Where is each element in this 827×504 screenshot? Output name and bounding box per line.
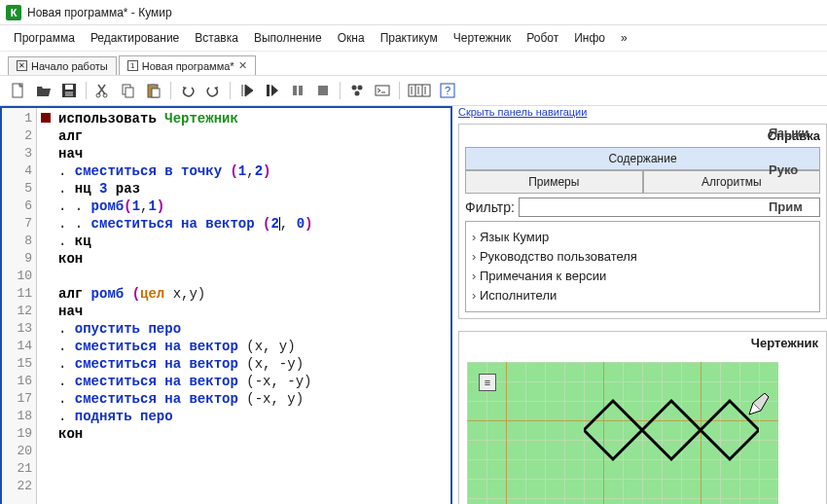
menu-robot[interactable]: Робот bbox=[521, 29, 564, 47]
separator bbox=[340, 82, 341, 99]
menu-edit[interactable]: Редактирование bbox=[85, 29, 185, 47]
open-file-button[interactable] bbox=[33, 80, 54, 101]
menu-bar: Программа Редактирование Вставка Выполне… bbox=[0, 25, 827, 52]
window-title: Новая программа* - Кумир bbox=[27, 6, 172, 19]
svg-rect-2 bbox=[65, 85, 73, 90]
tab-start[interactable]: ✕ Начало работы bbox=[8, 56, 117, 75]
copy-button[interactable] bbox=[118, 80, 139, 101]
menu-more[interactable]: » bbox=[615, 29, 633, 47]
counter-button[interactable] bbox=[406, 80, 433, 101]
pause-button[interactable] bbox=[287, 80, 308, 101]
svg-rect-13 bbox=[299, 86, 303, 95]
code-editor[interactable]: 12345678910111213141516171819202122 испо… bbox=[0, 106, 452, 504]
menu-drafter[interactable]: Чертежник bbox=[448, 29, 518, 47]
line-gutter: 12345678910111213141516171819202122 bbox=[2, 108, 37, 504]
help-button[interactable]: ? bbox=[437, 80, 458, 101]
separator bbox=[230, 82, 231, 99]
svg-rect-9 bbox=[151, 84, 155, 87]
app-icon: К bbox=[6, 5, 21, 20]
stop-button[interactable] bbox=[312, 80, 334, 101]
tree-item-guide[interactable]: Руководство пользователя bbox=[472, 247, 813, 267]
paste-button[interactable] bbox=[143, 80, 164, 101]
separator bbox=[399, 82, 400, 99]
help-tab-contents[interactable]: Содержание bbox=[465, 147, 820, 170]
drafter-panel: Чертежник ≡ bbox=[458, 331, 827, 504]
run-button[interactable] bbox=[236, 80, 258, 101]
svg-point-15 bbox=[352, 86, 357, 90]
document-tabs: ✕ Начало работы 1 Новая программа* ✕ bbox=[0, 52, 827, 76]
svg-rect-11 bbox=[267, 85, 270, 96]
svg-text:?: ? bbox=[445, 85, 450, 96]
tab-label: Новая программа* bbox=[142, 60, 234, 72]
drawn-shape bbox=[584, 391, 759, 469]
menu-run[interactable]: Выполнение bbox=[248, 29, 328, 47]
tab-icon-program: 1 bbox=[127, 60, 138, 71]
console-button[interactable] bbox=[372, 80, 393, 101]
undo-button[interactable] bbox=[177, 80, 198, 101]
tree-item-executors[interactable]: Исполнители bbox=[472, 286, 813, 306]
filter-label: Фильтр: bbox=[465, 199, 515, 215]
pen-icon bbox=[747, 393, 771, 416]
marker-column bbox=[37, 108, 54, 504]
svg-rect-10 bbox=[152, 89, 160, 97]
help-tree: Язык Кумир Руководство пользователя Прим… bbox=[465, 221, 820, 312]
svg-rect-7 bbox=[126, 88, 133, 97]
tree-item-lang[interactable]: Язык Кумир bbox=[472, 228, 813, 247]
close-icon[interactable]: ✕ bbox=[238, 59, 247, 72]
side-help-clipped: Языки Руко Прим bbox=[769, 115, 827, 226]
tab-label: Начало работы bbox=[31, 60, 108, 72]
svg-rect-12 bbox=[293, 86, 297, 95]
actors-button[interactable] bbox=[346, 80, 368, 101]
text-caret bbox=[279, 217, 280, 231]
step-button[interactable] bbox=[262, 80, 283, 101]
menu-insert[interactable]: Вставка bbox=[189, 29, 244, 47]
title-bar: К Новая программа* - Кумир bbox=[0, 0, 827, 25]
svg-point-17 bbox=[355, 91, 360, 96]
drafter-title: Чертежник bbox=[459, 332, 826, 354]
unsaved-marker-icon bbox=[41, 113, 51, 123]
separator bbox=[86, 82, 87, 99]
redo-button[interactable] bbox=[202, 80, 224, 101]
svg-point-16 bbox=[358, 86, 363, 90]
save-file-button[interactable] bbox=[58, 80, 80, 101]
drafter-canvas[interactable]: ≡ bbox=[467, 362, 778, 504]
tab-icon-start: ✕ bbox=[17, 60, 27, 71]
canvas-wrap: ≡ bbox=[459, 354, 826, 504]
help-tab-examples[interactable]: Примеры bbox=[465, 170, 643, 194]
menu-practicum[interactable]: Практикум bbox=[375, 29, 444, 47]
tree-item-notes[interactable]: Примечания к версии bbox=[472, 267, 813, 286]
tab-program[interactable]: 1 Новая программа* ✕ bbox=[119, 55, 256, 75]
toolbar: ? bbox=[0, 76, 827, 106]
svg-rect-18 bbox=[376, 86, 389, 95]
menu-info[interactable]: Инфо bbox=[568, 29, 611, 47]
menu-windows[interactable]: Окна bbox=[332, 29, 371, 47]
main-area: 12345678910111213141516171819202122 испо… bbox=[0, 106, 827, 504]
cut-button[interactable] bbox=[92, 80, 114, 101]
help-tabs: Содержание bbox=[465, 147, 820, 170]
svg-rect-14 bbox=[318, 86, 328, 95]
menu-program[interactable]: Программа bbox=[8, 29, 81, 47]
code-body[interactable]: использовать Чертежник алг нач . сместит… bbox=[54, 108, 450, 504]
svg-rect-3 bbox=[65, 91, 73, 96]
canvas-menu-button[interactable]: ≡ bbox=[479, 374, 496, 391]
filter-row: Фильтр: bbox=[465, 198, 820, 217]
help-title: Справка bbox=[465, 128, 820, 147]
separator bbox=[170, 82, 171, 99]
new-file-button[interactable] bbox=[8, 80, 29, 101]
